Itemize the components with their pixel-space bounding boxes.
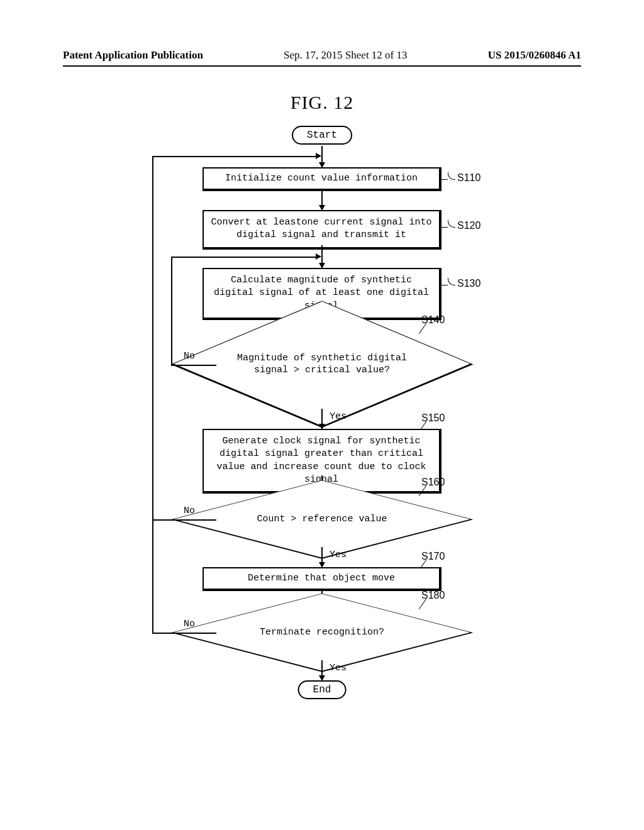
decision-text: Magnitude of synthetic digital signal > … [228, 353, 416, 376]
process-s110: Initialize count value information [203, 167, 441, 191]
edge-s140-no-h2 [171, 257, 317, 258]
page-header: Patent Application Publication Sep. 17, … [63, 49, 581, 62]
edge-s140-no-v [171, 257, 172, 366]
process-s120: Convert at leastone current signal into … [203, 210, 441, 250]
edge-s180-end-yes [321, 660, 323, 677]
edge-no-loop-h [152, 156, 317, 157]
edge-s180-no-h [152, 633, 216, 634]
edge-label-no: No [184, 506, 195, 516]
edge-s120-s130 [321, 245, 323, 264]
edge-label-no: No [184, 351, 195, 362]
decision-text: Terminate recognition? [228, 627, 416, 639]
leader-line [441, 285, 448, 285]
leader-line [441, 227, 448, 228]
step-id-s120: S120 [457, 220, 480, 231]
header-publication: Patent Application Publication [63, 49, 203, 62]
flowchart: Start Initialize count value information… [146, 126, 498, 742]
edge-start-s110 [321, 146, 323, 163]
edge-s160-no-h [152, 519, 216, 521]
decision-s140: Magnitude of synthetic digital signal > … [215, 319, 429, 409]
leader-tick-icon [448, 172, 455, 180]
terminator-end: End [298, 680, 347, 699]
header-rule [63, 65, 581, 67]
edge-s160-s170-yes [321, 547, 323, 563]
arrowhead-icon [316, 153, 321, 159]
decision-s160: Count > reference value [215, 492, 429, 547]
edge-s140-no-h [171, 365, 216, 366]
edge-no-loop-v [152, 156, 153, 634]
arrowhead-icon [316, 253, 321, 260]
leader-tick-icon [448, 278, 455, 285]
step-id-s130: S130 [457, 278, 480, 289]
header-patent-number: US 2015/0260846 A1 [488, 49, 581, 62]
edge-s110-s120 [321, 189, 323, 206]
figure-title: FIG. 12 [63, 92, 581, 113]
edge-label-yes: Yes [330, 550, 347, 560]
edge-label-yes: Yes [330, 411, 347, 422]
leader-tick-icon [448, 220, 455, 228]
decision-text: Count > reference value [228, 514, 416, 526]
page: Patent Application Publication Sep. 17, … [0, 0, 644, 830]
step-id-s110: S110 [457, 172, 480, 184]
terminator-start: Start [292, 126, 352, 145]
edge-s140-s150-yes [321, 409, 323, 425]
process-s170: Determine that object move [203, 567, 441, 591]
edge-label-yes: Yes [330, 663, 347, 673]
header-sheet-info: Sep. 17, 2015 Sheet 12 of 13 [284, 49, 407, 62]
leader-line [441, 179, 448, 180]
decision-s180: Terminate recognition? [215, 605, 429, 660]
edge-label-no: No [184, 619, 195, 629]
